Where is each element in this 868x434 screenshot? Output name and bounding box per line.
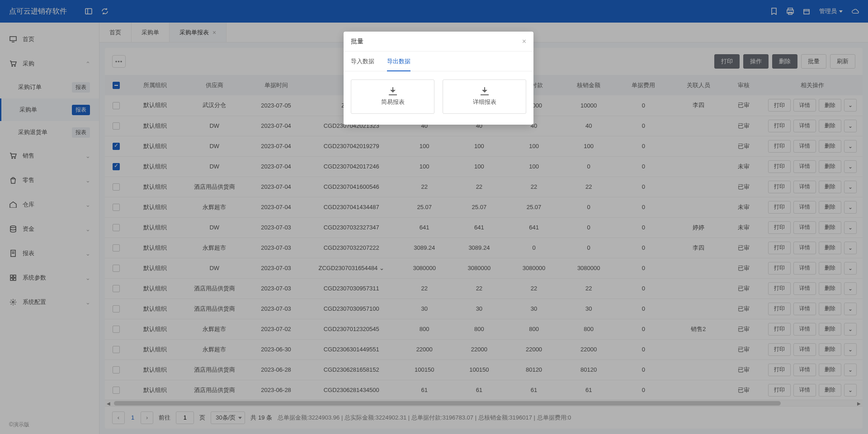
download-icon	[481, 87, 489, 95]
modal-close-button[interactable]: ×	[522, 37, 526, 46]
export-detail-button[interactable]: 详细报表	[443, 79, 526, 114]
batch-modal: 批量 × 导入数据 导出数据 简易报表 详细报表	[344, 32, 533, 125]
download-icon	[389, 87, 397, 95]
modal-tab-export[interactable]: 导出数据	[387, 51, 410, 71]
modal-title: 批量	[351, 37, 522, 46]
export-simple-button[interactable]: 简易报表	[351, 79, 434, 114]
modal-tab-import[interactable]: 导入数据	[351, 51, 374, 71]
